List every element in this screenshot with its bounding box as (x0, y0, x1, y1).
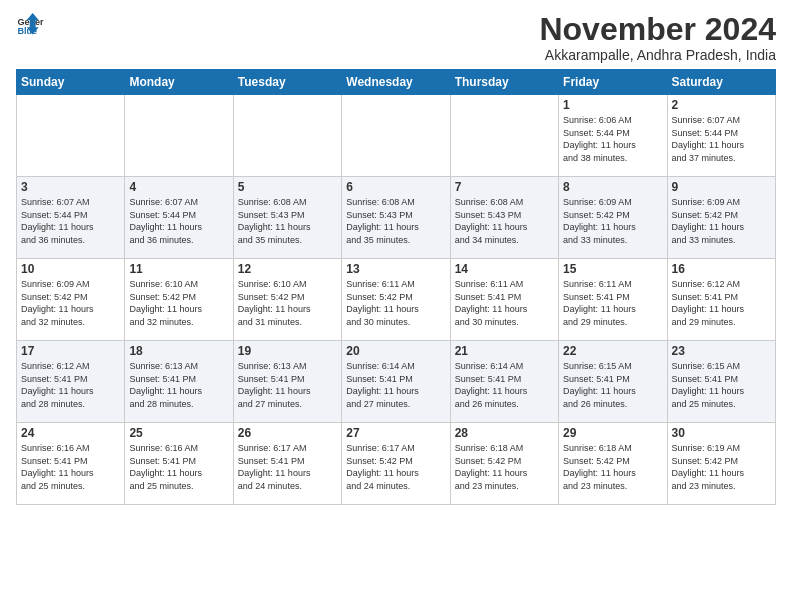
day-number: 4 (129, 180, 228, 194)
table-row: 26Sunrise: 6:17 AM Sunset: 5:41 PM Dayli… (233, 423, 341, 505)
table-row: 23Sunrise: 6:15 AM Sunset: 5:41 PM Dayli… (667, 341, 775, 423)
day-number: 15 (563, 262, 662, 276)
day-info: Sunrise: 6:07 AM Sunset: 5:44 PM Dayligh… (129, 196, 228, 246)
day-info: Sunrise: 6:08 AM Sunset: 5:43 PM Dayligh… (346, 196, 445, 246)
day-number: 12 (238, 262, 337, 276)
day-number: 28 (455, 426, 554, 440)
table-row: 27Sunrise: 6:17 AM Sunset: 5:42 PM Dayli… (342, 423, 450, 505)
table-row: 22Sunrise: 6:15 AM Sunset: 5:41 PM Dayli… (559, 341, 667, 423)
logo: General Blue (16, 12, 44, 40)
day-info: Sunrise: 6:17 AM Sunset: 5:42 PM Dayligh… (346, 442, 445, 492)
header-friday: Friday (559, 70, 667, 95)
day-info: Sunrise: 6:12 AM Sunset: 5:41 PM Dayligh… (672, 278, 771, 328)
day-info: Sunrise: 6:09 AM Sunset: 5:42 PM Dayligh… (563, 196, 662, 246)
day-info: Sunrise: 6:15 AM Sunset: 5:41 PM Dayligh… (563, 360, 662, 410)
day-number: 19 (238, 344, 337, 358)
table-row: 18Sunrise: 6:13 AM Sunset: 5:41 PM Dayli… (125, 341, 233, 423)
day-info: Sunrise: 6:18 AM Sunset: 5:42 PM Dayligh… (455, 442, 554, 492)
day-info: Sunrise: 6:16 AM Sunset: 5:41 PM Dayligh… (129, 442, 228, 492)
day-info: Sunrise: 6:08 AM Sunset: 5:43 PM Dayligh… (455, 196, 554, 246)
day-info: Sunrise: 6:09 AM Sunset: 5:42 PM Dayligh… (672, 196, 771, 246)
day-info: Sunrise: 6:18 AM Sunset: 5:42 PM Dayligh… (563, 442, 662, 492)
day-number: 20 (346, 344, 445, 358)
table-row: 14Sunrise: 6:11 AM Sunset: 5:41 PM Dayli… (450, 259, 558, 341)
day-info: Sunrise: 6:11 AM Sunset: 5:42 PM Dayligh… (346, 278, 445, 328)
day-number: 10 (21, 262, 120, 276)
day-info: Sunrise: 6:15 AM Sunset: 5:41 PM Dayligh… (672, 360, 771, 410)
table-row (233, 95, 341, 177)
month-title: November 2024 (539, 12, 776, 47)
table-row: 16Sunrise: 6:12 AM Sunset: 5:41 PM Dayli… (667, 259, 775, 341)
table-row: 30Sunrise: 6:19 AM Sunset: 5:42 PM Dayli… (667, 423, 775, 505)
table-row: 24Sunrise: 6:16 AM Sunset: 5:41 PM Dayli… (17, 423, 125, 505)
table-row (17, 95, 125, 177)
day-number: 8 (563, 180, 662, 194)
table-row: 20Sunrise: 6:14 AM Sunset: 5:41 PM Dayli… (342, 341, 450, 423)
day-number: 17 (21, 344, 120, 358)
day-info: Sunrise: 6:06 AM Sunset: 5:44 PM Dayligh… (563, 114, 662, 164)
day-info: Sunrise: 6:09 AM Sunset: 5:42 PM Dayligh… (21, 278, 120, 328)
table-row: 15Sunrise: 6:11 AM Sunset: 5:41 PM Dayli… (559, 259, 667, 341)
table-row: 21Sunrise: 6:14 AM Sunset: 5:41 PM Dayli… (450, 341, 558, 423)
header-sunday: Sunday (17, 70, 125, 95)
table-row: 19Sunrise: 6:13 AM Sunset: 5:41 PM Dayli… (233, 341, 341, 423)
day-number: 7 (455, 180, 554, 194)
table-row: 2Sunrise: 6:07 AM Sunset: 5:44 PM Daylig… (667, 95, 775, 177)
day-number: 2 (672, 98, 771, 112)
header-tuesday: Tuesday (233, 70, 341, 95)
day-number: 27 (346, 426, 445, 440)
day-number: 5 (238, 180, 337, 194)
table-row: 17Sunrise: 6:12 AM Sunset: 5:41 PM Dayli… (17, 341, 125, 423)
day-number: 9 (672, 180, 771, 194)
day-info: Sunrise: 6:13 AM Sunset: 5:41 PM Dayligh… (238, 360, 337, 410)
day-info: Sunrise: 6:14 AM Sunset: 5:41 PM Dayligh… (455, 360, 554, 410)
day-number: 25 (129, 426, 228, 440)
day-number: 6 (346, 180, 445, 194)
page: General Blue November 2024 Akkarampalle,… (0, 0, 792, 612)
day-info: Sunrise: 6:08 AM Sunset: 5:43 PM Dayligh… (238, 196, 337, 246)
calendar: Sunday Monday Tuesday Wednesday Thursday… (16, 69, 776, 505)
day-info: Sunrise: 6:13 AM Sunset: 5:41 PM Dayligh… (129, 360, 228, 410)
day-number: 18 (129, 344, 228, 358)
table-row: 6Sunrise: 6:08 AM Sunset: 5:43 PM Daylig… (342, 177, 450, 259)
day-number: 1 (563, 98, 662, 112)
day-number: 23 (672, 344, 771, 358)
day-number: 22 (563, 344, 662, 358)
day-number: 21 (455, 344, 554, 358)
table-row (342, 95, 450, 177)
day-number: 14 (455, 262, 554, 276)
day-number: 24 (21, 426, 120, 440)
day-number: 3 (21, 180, 120, 194)
table-row: 25Sunrise: 6:16 AM Sunset: 5:41 PM Dayli… (125, 423, 233, 505)
table-row: 7Sunrise: 6:08 AM Sunset: 5:43 PM Daylig… (450, 177, 558, 259)
day-info: Sunrise: 6:10 AM Sunset: 5:42 PM Dayligh… (238, 278, 337, 328)
header-thursday: Thursday (450, 70, 558, 95)
header: General Blue November 2024 Akkarampalle,… (16, 12, 776, 63)
table-row (125, 95, 233, 177)
day-info: Sunrise: 6:16 AM Sunset: 5:41 PM Dayligh… (21, 442, 120, 492)
table-row: 5Sunrise: 6:08 AM Sunset: 5:43 PM Daylig… (233, 177, 341, 259)
table-row: 8Sunrise: 6:09 AM Sunset: 5:42 PM Daylig… (559, 177, 667, 259)
calendar-header-row: Sunday Monday Tuesday Wednesday Thursday… (17, 70, 776, 95)
location: Akkarampalle, Andhra Pradesh, India (539, 47, 776, 63)
header-wednesday: Wednesday (342, 70, 450, 95)
table-row: 12Sunrise: 6:10 AM Sunset: 5:42 PM Dayli… (233, 259, 341, 341)
table-row: 1Sunrise: 6:06 AM Sunset: 5:44 PM Daylig… (559, 95, 667, 177)
day-info: Sunrise: 6:14 AM Sunset: 5:41 PM Dayligh… (346, 360, 445, 410)
table-row: 28Sunrise: 6:18 AM Sunset: 5:42 PM Dayli… (450, 423, 558, 505)
table-row: 4Sunrise: 6:07 AM Sunset: 5:44 PM Daylig… (125, 177, 233, 259)
day-number: 16 (672, 262, 771, 276)
day-info: Sunrise: 6:11 AM Sunset: 5:41 PM Dayligh… (455, 278, 554, 328)
day-number: 30 (672, 426, 771, 440)
table-row: 9Sunrise: 6:09 AM Sunset: 5:42 PM Daylig… (667, 177, 775, 259)
logo-icon: General Blue (16, 12, 44, 40)
day-info: Sunrise: 6:19 AM Sunset: 5:42 PM Dayligh… (672, 442, 771, 492)
day-number: 29 (563, 426, 662, 440)
day-info: Sunrise: 6:17 AM Sunset: 5:41 PM Dayligh… (238, 442, 337, 492)
day-number: 11 (129, 262, 228, 276)
table-row: 10Sunrise: 6:09 AM Sunset: 5:42 PM Dayli… (17, 259, 125, 341)
header-saturday: Saturday (667, 70, 775, 95)
table-row: 3Sunrise: 6:07 AM Sunset: 5:44 PM Daylig… (17, 177, 125, 259)
day-info: Sunrise: 6:10 AM Sunset: 5:42 PM Dayligh… (129, 278, 228, 328)
day-info: Sunrise: 6:07 AM Sunset: 5:44 PM Dayligh… (672, 114, 771, 164)
